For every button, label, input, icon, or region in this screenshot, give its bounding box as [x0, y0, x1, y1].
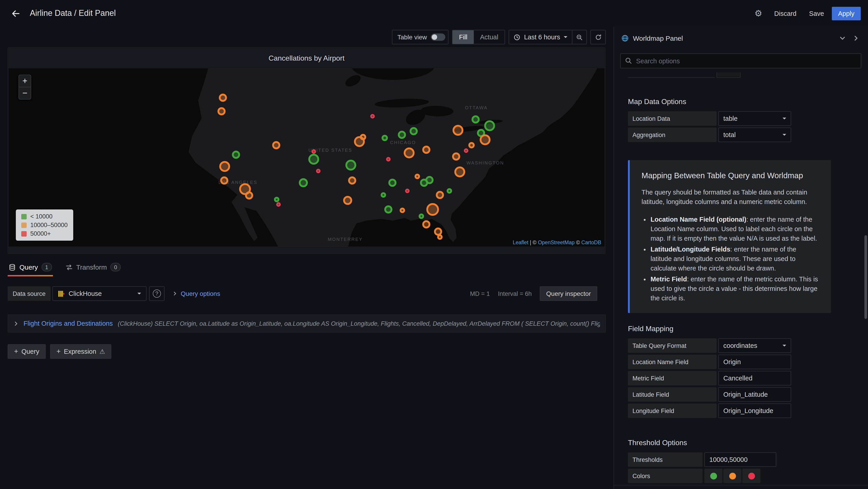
panel-toolbar: Table view Fill Actual Last 6 hours [0, 27, 614, 48]
map-circle-o[interactable] [403, 147, 414, 158]
option-input-longitude-field[interactable] [718, 403, 791, 418]
query-inspector-button[interactable]: Query inspector [540, 286, 597, 301]
actual-option[interactable]: Actual [474, 30, 505, 44]
refresh-button[interactable] [590, 30, 606, 44]
map-circle-o[interactable] [219, 161, 230, 172]
map-circle-o[interactable] [219, 94, 227, 102]
table-view-toggle[interactable] [431, 33, 445, 41]
time-zoom-out-button[interactable] [572, 30, 586, 44]
tab-transform-count: 0 [111, 263, 121, 271]
legend-label: 10000–50000 [30, 222, 68, 228]
map-circle-o[interactable] [245, 192, 253, 200]
query-row[interactable]: Flight Origins and Destinations (ClickHo… [8, 314, 606, 333]
map-circle-o[interactable] [348, 176, 356, 184]
map-circle-g[interactable] [308, 153, 319, 165]
map-circle-g[interactable] [410, 127, 418, 136]
add-query-button[interactable]: + Query [8, 344, 46, 359]
map-circle-o[interactable] [436, 191, 444, 199]
tab-query[interactable]: Query 1 [8, 260, 53, 277]
map-circle-r[interactable] [276, 202, 281, 207]
attribution-link[interactable]: CartoDB [581, 240, 601, 245]
option-select-location-data[interactable]: table [718, 111, 791, 126]
options-pane-header: Worldmap Panel [614, 28, 868, 48]
map-circle-o[interactable] [217, 108, 225, 116]
map-circle-r[interactable] [370, 114, 375, 119]
map-circle-o[interactable] [453, 125, 463, 136]
map-circle-o[interactable] [400, 208, 405, 213]
map-circle-o[interactable] [220, 176, 228, 184]
worldmap[interactable]: UNITED STATESCHICAGOWASHINGTONOTTAWALOS … [8, 68, 604, 247]
map-circle-g[interactable] [384, 205, 392, 213]
map-circle-g[interactable] [420, 179, 428, 187]
discard-button[interactable]: Discard [769, 7, 801, 20]
thresholds-input[interactable] [704, 452, 776, 467]
map-circle-g[interactable] [381, 192, 386, 198]
map-circle-o[interactable] [427, 203, 439, 216]
map-circle-r[interactable] [311, 149, 316, 153]
option-select-aggregation[interactable]: total [718, 127, 791, 142]
attribution-link[interactable]: OpenStreetMap [538, 240, 575, 245]
query-name[interactable]: Flight Origins and Destinations [24, 320, 113, 327]
map-circle-r[interactable] [405, 189, 409, 193]
apply-button[interactable]: Apply [832, 6, 861, 20]
color-swatch-1[interactable] [723, 469, 741, 483]
map-circle-g[interactable] [299, 178, 308, 188]
map-circle-g[interactable] [419, 213, 424, 219]
map-circle-r[interactable] [316, 169, 321, 173]
map-circle-o[interactable] [272, 141, 280, 149]
option-label: Location Name Field [628, 355, 717, 369]
option-input-location-name-field[interactable] [718, 355, 791, 369]
close-options-button[interactable] [851, 33, 861, 43]
save-button[interactable]: Save [804, 7, 829, 20]
collapse-options-button[interactable] [838, 33, 847, 43]
map-circle-o[interactable] [422, 220, 430, 228]
scrollbar-thumb[interactable] [864, 235, 867, 319]
map-circle-g[interactable] [472, 115, 480, 123]
add-expression-button[interactable]: + Expression ⚠ [50, 344, 112, 359]
color-swatch-2[interactable] [742, 469, 761, 483]
map-circle-g[interactable] [447, 189, 452, 194]
app: Airline Data / Edit Panel ⚙ Discard Save… [0, 0, 868, 489]
map-circle-o[interactable] [454, 167, 465, 177]
map-circle-o[interactable] [452, 152, 460, 161]
editor-tabs: Query 1 Transform 0 [8, 260, 606, 277]
map-zoom-out-button[interactable]: − [19, 87, 31, 99]
map-circle-o[interactable] [414, 174, 420, 179]
map-circle-g[interactable] [345, 160, 356, 171]
tab-transform[interactable]: Transform 0 [64, 260, 122, 277]
map-circle-r[interactable] [464, 149, 468, 153]
map-circle-g[interactable] [232, 150, 240, 159]
map-circle-g[interactable] [484, 120, 495, 132]
panel-settings-button[interactable]: ⚙ [750, 5, 767, 22]
map-circle-o[interactable] [480, 134, 491, 145]
option-label: Thresholds [628, 452, 703, 467]
map-circle-g[interactable] [381, 135, 388, 141]
map-circle-o[interactable] [437, 234, 442, 240]
option-select-table-query-format[interactable]: coordinates [718, 338, 791, 353]
map-circle-g[interactable] [388, 179, 397, 187]
option-input-latitude-field[interactable] [718, 387, 791, 402]
option-input-metric-field[interactable] [718, 371, 791, 385]
datasource-picker[interactable]: ClickHouse [53, 286, 147, 301]
option-row-longitude-field: Longitude Field [628, 403, 868, 418]
datasource-help-button[interactable]: ? [149, 286, 164, 301]
back-button[interactable] [7, 5, 24, 22]
time-range-button[interactable]: Last 6 hours [509, 30, 572, 44]
legend-color-swatch [21, 222, 27, 228]
map-circle-o[interactable] [422, 146, 430, 154]
map-circle-r[interactable] [386, 157, 391, 161]
page-title: Airline Data / Edit Panel [30, 8, 116, 18]
map-circle-g[interactable] [274, 197, 279, 202]
tab-query-count: 1 [41, 263, 52, 271]
map-circle-o[interactable] [343, 196, 352, 205]
clickhouse-icon [58, 290, 65, 297]
query-options-toggle[interactable]: Query options [173, 290, 220, 297]
color-swatch-0[interactable] [704, 469, 722, 483]
search-options-input[interactable] [620, 53, 861, 68]
map-zoom-in-button[interactable]: + [19, 75, 31, 87]
map-circle-g[interactable] [398, 131, 406, 139]
fill-option[interactable]: Fill [453, 30, 474, 44]
map-circle-o[interactable] [468, 142, 475, 148]
attribution-link[interactable]: Leaflet [513, 240, 528, 245]
map-circle-o[interactable] [360, 134, 366, 140]
